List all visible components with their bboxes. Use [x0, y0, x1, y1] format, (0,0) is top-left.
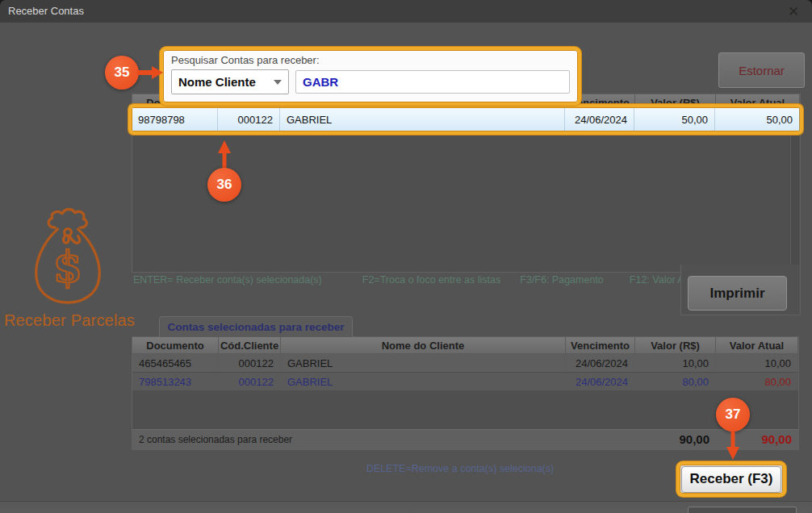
- titlebar: Receber Contas ✕: [0, 0, 812, 23]
- receber-contas-window: Receber Contas ✕ $ Receber Parcelas Pesq…: [0, 0, 812, 513]
- table-row[interactable]: 465465465 000122 GABRIEL 24/06/2024 10,0…: [132, 354, 798, 373]
- cell-nome: GABRIEL: [281, 354, 566, 372]
- selection-summary: 2 contas selecionadas para receber: [139, 434, 292, 445]
- cell-valor: 10,00: [635, 354, 716, 372]
- brand-caption: Receber Parcelas: [2, 311, 137, 330]
- window-title: Receber Contas: [8, 5, 84, 17]
- table-row-highlighted[interactable]: 98798798 000122 GABRIEL 24/06/2024 50,00…: [128, 104, 803, 135]
- cell-vencimento: 24/06/2024: [565, 107, 634, 131]
- cell-valor-atual: 50,00: [715, 107, 800, 131]
- svg-text:$: $: [53, 242, 82, 291]
- cell-valor-atual: 10,00: [716, 354, 798, 372]
- hint-enter: ENTER= Receber conta(s) selecionada(s): [133, 274, 322, 286]
- selected-table-header: Documento Cód.Cliente Nome do Cliente Ve…: [132, 337, 798, 354]
- callout-arrow-up-icon: [217, 140, 232, 169]
- callout-arrow-right-icon: [137, 64, 163, 81]
- estornar-button[interactable]: Estornar: [718, 52, 805, 88]
- delete-hint: DELETE=Remove a conta(s) seleciona(s): [194, 463, 726, 474]
- close-icon[interactable]: ✕: [783, 2, 804, 21]
- money-bag-icon: $: [23, 206, 113, 308]
- cell-cod-cliente: 000122: [219, 354, 281, 372]
- hint-f3f6: F3/F6: Pagamento: [520, 274, 604, 286]
- callout-arrow-down-icon: [726, 431, 740, 460]
- receber-button-highlight: Receber (F3): [676, 461, 786, 497]
- column-header: Cód.Cliente: [219, 337, 281, 353]
- search-filter-select[interactable]: Nome Cliente: [171, 69, 289, 94]
- search-label: Pesquisar Contas para receber:: [171, 54, 570, 66]
- search-filter-value: Nome Cliente: [178, 75, 256, 89]
- chevron-down-icon: [274, 80, 282, 85]
- cell-nome: GABRIEL: [280, 107, 565, 131]
- search-panel: Pesquisar Contas para receber: Nome Clie…: [160, 47, 581, 106]
- selected-table-footer: 2 contas selecionadas para receber 90,00…: [132, 429, 798, 449]
- cell-vencimento: 24/06/2024: [566, 354, 635, 372]
- column-header: Nome do Cliente: [281, 337, 566, 353]
- total-valor: 90,00: [679, 432, 709, 446]
- callout-badge-37: 37: [716, 398, 750, 432]
- cell-cod-cliente: 000122: [218, 107, 280, 131]
- vertical-scrollbar[interactable]: [790, 111, 799, 271]
- cell-documento: 98798798: [132, 107, 218, 131]
- cell-valor: 80,00: [635, 373, 716, 390]
- dialog-body: $ Receber Parcelas Pesquisar Contas para…: [0, 23, 812, 511]
- total-valor-atual: 90,00: [761, 432, 792, 446]
- search-input[interactable]: [295, 70, 570, 94]
- cell-valor: 50,00: [634, 107, 715, 131]
- cell-documento: 465465465: [132, 354, 219, 372]
- hint-f2: F2=Troca o foco entre as listas: [362, 274, 501, 286]
- callout-badge-35: 35: [105, 56, 139, 90]
- receber-button[interactable]: Receber (F3): [681, 466, 781, 493]
- imprimir-button[interactable]: Imprimir: [688, 276, 787, 311]
- hotkey-hints: ENTER= Receber conta(s) selecionada(s) F…: [133, 274, 728, 286]
- callout-badge-36: 36: [207, 168, 241, 202]
- cell-cod-cliente: 000122: [219, 373, 281, 390]
- cell-valor-atual: 80,00: [716, 373, 798, 390]
- column-header: Valor Atual: [716, 337, 798, 353]
- selected-accounts-table[interactable]: Documento Cód.Cliente Nome do Cliente Ve…: [132, 336, 799, 450]
- column-header: Documento: [132, 337, 219, 353]
- cell-documento: 798513243: [132, 373, 219, 390]
- column-header: Valor (R$): [635, 337, 716, 353]
- cell-nome: GABRIEL: [281, 373, 566, 390]
- tab-contas-selecionadas[interactable]: Contas selecionadas para receber: [159, 316, 353, 337]
- column-header: Vencimento: [566, 337, 635, 353]
- table-row[interactable]: 798513243 000122 GABRIEL 24/06/2024 80,0…: [132, 373, 798, 391]
- fechar-button[interactable]: Fechar: [688, 507, 797, 513]
- cell-vencimento: 24/06/2024: [566, 373, 635, 390]
